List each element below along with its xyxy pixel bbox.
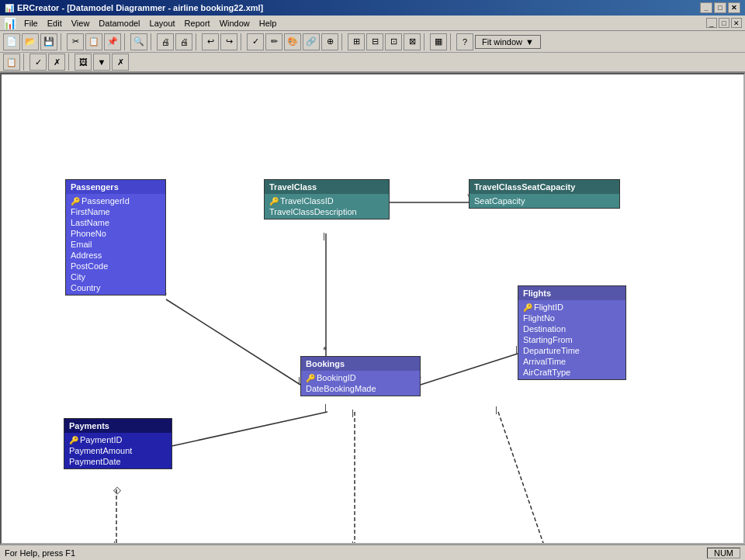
sep8: [450, 33, 453, 50]
search-button[interactable]: 🔍: [130, 33, 147, 50]
zoom-in[interactable]: ⊞: [348, 33, 365, 50]
toolbar-1: 📄 📂 💾 ✂ 📋 📌 🔍 🖨 🖨 ↩ ↪ ✓ ✏ 🎨 🔗 ⊕ ⊞ ⊟ ⊡ ⊠ …: [0, 31, 745, 53]
svg-text:|: |: [495, 405, 497, 414]
payments-header: Payments: [64, 419, 172, 433]
redo-button[interactable]: ↪: [220, 33, 237, 50]
diagram-canvas[interactable]: | * * | * | * | | * ◇ | | |: [0, 73, 745, 544]
print2-button[interactable]: 🖨: [175, 33, 192, 50]
passengers-row-0: 🔑 PassengerId: [66, 195, 165, 206]
app-menu-icon: 📊: [3, 17, 16, 29]
svg-text:|: |: [324, 403, 327, 412]
travelclass-header: TravelClass: [265, 180, 389, 194]
sep1: [61, 33, 64, 50]
pk-icon-flightid: 🔑: [523, 303, 532, 312]
tb2-btn4[interactable]: 🖼: [74, 54, 92, 71]
field-country: Country: [71, 283, 101, 292]
seatcapacity-header: TravelClassSeatCapacity: [470, 180, 619, 194]
field-postcode: PostCode: [71, 261, 108, 271]
menu-bar: 📊 File Edit View Datamodel Layout Report…: [0, 16, 745, 31]
menu-layout[interactable]: Layout: [145, 17, 180, 29]
window-title: ERCreator - [Datamodel Diagrammer - airl…: [17, 3, 263, 12]
zoom-fit[interactable]: ⊠: [404, 33, 421, 50]
field-lastname: LastName: [71, 218, 109, 227]
check-button[interactable]: ✓: [247, 33, 264, 50]
minimize-button[interactable]: _: [700, 2, 712, 13]
num-indicator: NUM: [707, 548, 740, 558]
payments-body: 🔑 PaymentID PaymentAmount PaymentDate: [64, 433, 172, 468]
tb2-btn3[interactable]: ✗: [48, 54, 65, 71]
save-button[interactable]: 💾: [40, 33, 57, 50]
help-button[interactable]: ?: [456, 33, 473, 50]
travelclass-row-0: 🔑 TravelClassID: [265, 195, 389, 206]
passengers-row-2: LastName: [66, 217, 165, 228]
flights-row-6: AirCraftType: [518, 367, 625, 378]
field-flightno: FlightNo: [523, 313, 555, 323]
payments-row-0: 🔑 PaymentID: [64, 434, 172, 445]
menu-report[interactable]: Report: [180, 17, 215, 29]
flights-row-5: ArrivalTime: [518, 356, 625, 367]
print-button[interactable]: 🖨: [157, 33, 174, 50]
menu-window[interactable]: Window: [215, 17, 255, 29]
field-address: Address: [71, 251, 102, 260]
table-bookings[interactable]: Bookings 🔑 BookingID DateBookingMade: [300, 356, 421, 396]
passengers-row-7: City: [66, 271, 165, 282]
open-button[interactable]: 📂: [22, 33, 39, 50]
fit-window-dropdown[interactable]: Fit window ▼: [475, 35, 541, 49]
inner-close[interactable]: ✕: [731, 18, 742, 28]
zoom-more[interactable]: ⊡: [385, 33, 402, 50]
table-flights[interactable]: Flights 🔑 FlightID FlightNo Destination …: [518, 285, 626, 380]
undo-button[interactable]: ↩: [202, 33, 219, 50]
field-passengerid: PassengerId: [81, 196, 130, 206]
paste-button[interactable]: 📌: [104, 33, 121, 50]
dropdown-arrow-icon: ▼: [525, 37, 534, 47]
new-button[interactable]: 📄: [3, 33, 20, 50]
field-phoneno: PhoneNo: [71, 229, 106, 238]
sep-t2-1: [23, 54, 26, 71]
copy-button[interactable]: 📋: [85, 33, 102, 50]
sep-t2-2: [68, 54, 71, 71]
menu-edit[interactable]: Edit: [43, 17, 67, 29]
field-paymentamount: PaymentAmount: [69, 446, 132, 455]
passengers-row-6: PostCode: [66, 261, 165, 271]
color-button[interactable]: 🎨: [284, 33, 301, 50]
menu-help[interactable]: Help: [255, 17, 282, 29]
table-travelclass[interactable]: TravelClass 🔑 TravelClassID TravelClassD…: [264, 179, 390, 220]
tb2-btn6[interactable]: ✗: [112, 54, 129, 71]
tb2-btn2[interactable]: ✓: [29, 54, 47, 71]
menu-datamodel[interactable]: Datamodel: [94, 17, 144, 29]
tb2-btn1[interactable]: 📋: [3, 54, 20, 71]
title-bar: 📊 ERCreator - [Datamodel Diagrammer - ai…: [0, 0, 745, 16]
table-passengers[interactable]: Passengers 🔑 PassengerId FirstName LastN…: [65, 179, 166, 296]
seatcapacity-row-0: SeatCapacity: [470, 195, 619, 206]
tb2-btn5[interactable]: ▼: [93, 54, 110, 71]
inner-minimize[interactable]: _: [706, 18, 717, 28]
table-seatcapacity[interactable]: TravelClassSeatCapacity SeatCapacity: [469, 179, 620, 209]
app-icon: 📊: [5, 4, 14, 12]
field-aircrafttype: AirCraftType: [523, 368, 570, 377]
pencil-button[interactable]: ✏: [265, 33, 282, 50]
inner-restore[interactable]: □: [719, 18, 729, 28]
field-arrivaltime: ArrivalTime: [523, 357, 566, 366]
close-button[interactable]: ✕: [728, 2, 740, 13]
payments-row-2: PaymentDate: [64, 456, 172, 467]
zoom-out[interactable]: ⊟: [366, 33, 383, 50]
more-button[interactable]: ⊕: [321, 33, 338, 50]
svg-text:*: *: [323, 344, 327, 356]
maximize-button[interactable]: □: [714, 2, 726, 13]
svg-text:|: |: [542, 540, 544, 543]
menu-file[interactable]: File: [19, 17, 43, 29]
link-button[interactable]: 🔗: [303, 33, 320, 50]
window-controls: _ □ ✕: [700, 2, 740, 13]
field-travelclassid: TravelClassID: [280, 196, 334, 206]
passengers-row-8: Country: [66, 282, 165, 293]
menu-view[interactable]: View: [67, 17, 95, 29]
svg-text:|: |: [352, 540, 354, 543]
connectors-svg: | * * | * | * | | * ◇ | | |: [2, 74, 743, 543]
cut-button[interactable]: ✂: [67, 33, 84, 50]
table-payments[interactable]: Payments 🔑 PaymentID PaymentAmount Payme…: [64, 418, 172, 469]
sep3: [151, 33, 154, 50]
flights-row-1: FlightNo: [518, 313, 625, 323]
svg-text:◇: ◇: [113, 484, 121, 496]
bookings-header: Bookings: [301, 357, 420, 371]
grid-button[interactable]: ▦: [430, 33, 447, 50]
